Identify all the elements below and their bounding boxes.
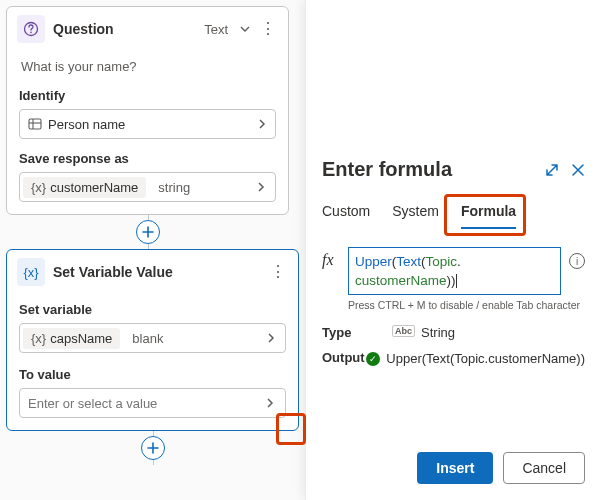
cancel-button[interactable]: Cancel [503,452,585,484]
add-node-button[interactable] [136,220,160,244]
question-prompt[interactable]: What is your name? [21,59,274,74]
add-node-button[interactable] [141,436,165,460]
expand-icon[interactable] [545,163,559,177]
variable-name: capsName [50,331,112,346]
formula-panel: Enter formula Custom System Formula fx U… [305,0,601,500]
save-response-field[interactable]: {x} customerName string [19,172,276,202]
chevron-down-icon[interactable] [240,24,250,34]
save-label: Save response as [19,151,276,166]
svg-rect-2 [29,119,41,129]
set-variable-node[interactable]: {x} Set Variable Value ⋮ Set variable {x… [6,249,299,431]
variable-icon: {x} [31,331,46,346]
variable-icon: {x} [17,258,45,286]
identify-label: Identify [19,88,276,103]
output-value: Upper(Text(Topic.customerName)) [386,350,585,368]
editor-hint: Press CTRL + M to disable / enable Tab c… [348,299,585,311]
tovalue-expand-button[interactable] [255,389,285,417]
insert-button[interactable]: Insert [417,452,493,484]
node-title: Set Variable Value [53,264,260,280]
variable-icon: {x} [31,180,46,195]
variable-type: blank [126,331,169,346]
close-icon[interactable] [571,163,585,177]
tab-formula[interactable]: Formula [461,197,516,229]
identify-value: Person name [48,117,125,132]
tovalue-input-wrap [19,388,286,418]
info-icon[interactable]: i [569,253,585,269]
entity-icon [28,117,42,131]
chevron-right-icon [256,181,272,193]
tovalue-label: To value [19,367,286,382]
question-icon [17,15,45,43]
setvar-label: Set variable [19,302,286,317]
type-label: Type [322,325,392,340]
more-icon[interactable]: ⋮ [258,21,278,37]
chevron-right-icon [266,332,282,344]
variable-chip: {x} customerName [23,177,146,198]
output-label: Output [322,350,366,365]
formula-editor[interactable]: Upper(Text(Topic.customerName)) [348,247,561,295]
node-type-tag: Text [204,22,228,37]
tovalue-input[interactable] [20,396,255,411]
question-node[interactable]: Question Text ⋮ What is your name? Ident… [6,6,289,215]
variable-type: string [152,180,196,195]
svg-point-1 [30,32,32,34]
node-title: Question [53,21,196,37]
variable-name: customerName [50,180,138,195]
fx-label: fx [322,247,340,269]
tab-system[interactable]: System [392,197,439,229]
tab-custom[interactable]: Custom [322,197,370,229]
setvar-field[interactable]: {x} capsName blank [19,323,286,353]
chevron-right-icon [257,118,267,130]
panel-title: Enter formula [322,158,535,181]
variable-chip: {x} capsName [23,328,120,349]
success-icon: ✓ [366,352,380,366]
type-tag-icon: Abc [392,325,415,337]
more-icon[interactable]: ⋮ [268,264,288,280]
tabs: Custom System Formula [322,197,585,229]
type-value: String [421,325,455,340]
identify-field[interactable]: Person name [19,109,276,139]
canvas: Question Text ⋮ What is your name? Ident… [0,0,305,500]
